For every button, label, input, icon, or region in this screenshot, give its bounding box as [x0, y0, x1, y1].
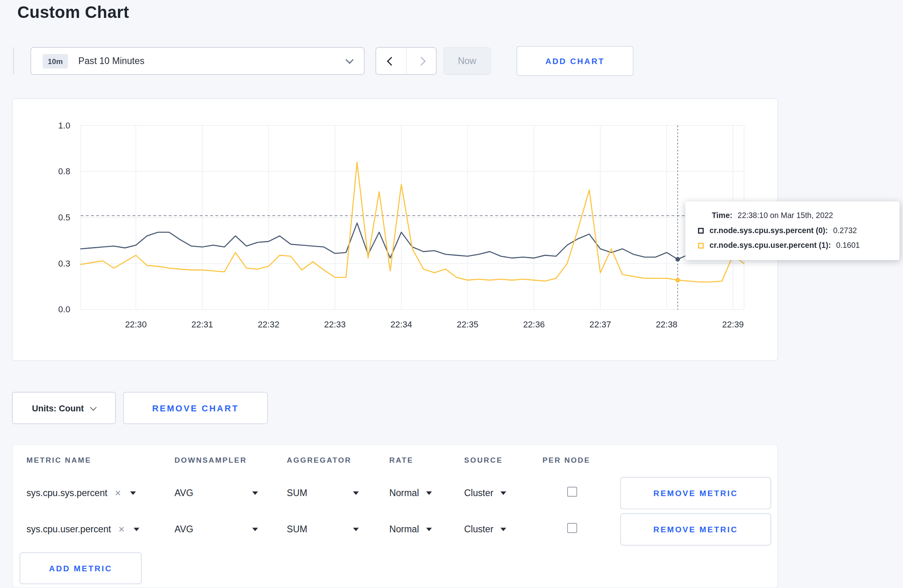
caret-down-icon: [500, 528, 506, 531]
rate-value: Normal: [389, 488, 419, 498]
series-color-swatch: [698, 243, 704, 248]
svg-text:1.0: 1.0: [58, 121, 70, 130]
toolbar-divider: [13, 47, 14, 75]
prev-range-button[interactable]: [376, 48, 406, 74]
source-value: Cluster: [464, 488, 493, 498]
svg-text:22:38: 22:38: [656, 319, 677, 329]
clear-metric-icon[interactable]: ×: [115, 488, 121, 498]
caret-down-icon: [353, 528, 359, 531]
remove-chart-button[interactable]: REMOVE CHART: [123, 392, 268, 424]
svg-text:0.8: 0.8: [58, 166, 70, 176]
chevron-left-icon: [387, 56, 396, 66]
custom-chart-page: Custom Chart 10m Past 10 Minutes Now ADD…: [0, 0, 903, 588]
time-range-label: Past 10 Minutes: [78, 56, 145, 66]
col-header-downsampler: DOWNSAMPLER: [156, 456, 266, 464]
tooltip-time-label: Time:: [712, 211, 733, 220]
downsampler-select[interactable]: AVG: [156, 524, 266, 534]
tooltip-series-label: cr.node.sys.cpu.user.percent (1):: [710, 241, 831, 250]
series-color-swatch: [698, 228, 704, 233]
tooltip-time-value: 22:38:10 on Mar 15th, 2022: [738, 211, 833, 220]
tooltip-series-row: cr.node.sys.cpu.user.percent (1): 0.1601: [698, 241, 889, 250]
chevron-down-icon: [346, 55, 354, 63]
remove-metric-button[interactable]: REMOVE METRIC: [620, 513, 771, 545]
svg-text:22:36: 22:36: [523, 319, 545, 329]
svg-text:0.0: 0.0: [58, 304, 70, 314]
svg-text:22:31: 22:31: [192, 319, 213, 329]
aggregator-value: SUM: [287, 488, 307, 498]
chart-tooltip: Time: 22:38:10 on Mar 15th, 2022 cr.node…: [685, 201, 899, 260]
chart-card: 0.00.30.50.81.022:3022:3122:3222:3322:34…: [12, 98, 778, 361]
col-header-rate: RATE: [367, 456, 442, 464]
aggregator-value: SUM: [287, 524, 307, 534]
svg-text:0.3: 0.3: [58, 259, 70, 269]
chevron-down-icon: [90, 404, 97, 410]
aggregator-select[interactable]: SUM: [266, 488, 367, 498]
metric-name: sys.cpu.user.percent: [27, 524, 111, 534]
rate-select[interactable]: Normal: [367, 488, 442, 498]
downsampler-value: AVG: [174, 488, 193, 498]
add-metric-button[interactable]: ADD METRIC: [20, 553, 142, 584]
time-range-nav: [375, 47, 436, 75]
svg-text:22:33: 22:33: [324, 319, 346, 329]
source-select[interactable]: Cluster: [442, 524, 522, 534]
col-header-metric-name: METRIC NAME: [13, 456, 157, 464]
svg-text:22:32: 22:32: [258, 319, 279, 329]
next-range-button[interactable]: [406, 48, 436, 74]
caret-down-icon: [426, 528, 432, 531]
caret-down-icon: [134, 528, 139, 531]
rate-select[interactable]: Normal: [367, 524, 442, 534]
tooltip-series-value: 0.2732: [833, 226, 857, 235]
svg-text:22:30: 22:30: [125, 319, 147, 329]
svg-text:22:39: 22:39: [722, 319, 744, 329]
caret-down-icon: [130, 491, 136, 495]
svg-text:22:35: 22:35: [457, 319, 478, 329]
downsampler-value: AVG: [174, 524, 193, 534]
metrics-chart[interactable]: 0.00.30.50.81.022:3022:3122:3222:3322:34…: [13, 99, 779, 362]
clear-metric-icon[interactable]: ×: [119, 524, 125, 534]
col-header-per-node: PER NODE: [522, 456, 609, 464]
time-range-badge: 10m: [43, 54, 68, 68]
metric-name-select[interactable]: sys.cpu.user.percent ×: [13, 524, 157, 534]
per-node-checkbox[interactable]: [567, 523, 577, 533]
caret-down-icon: [252, 528, 258, 531]
source-value: Cluster: [464, 524, 493, 534]
per-node-checkbox[interactable]: [567, 487, 577, 497]
col-header-source: SOURCE: [442, 456, 522, 464]
tooltip-series-row: cr.node.sys.cpu.sys.percent (0): 0.2732: [698, 226, 889, 235]
metric-row: sys.cpu.user.percent × AVG SUM Normal Cl…: [13, 511, 778, 547]
add-chart-button[interactable]: ADD CHART: [516, 46, 633, 76]
downsampler-select[interactable]: AVG: [156, 488, 266, 498]
rate-value: Normal: [389, 524, 419, 534]
svg-text:0.5: 0.5: [58, 212, 70, 222]
tooltip-series-label: cr.node.sys.cpu.sys.percent (0):: [710, 226, 828, 235]
tooltip-time-row: Time: 22:38:10 on Mar 15th, 2022: [712, 211, 889, 220]
units-label: Units: Count: [32, 403, 84, 413]
remove-metric-button[interactable]: REMOVE METRIC: [620, 477, 771, 509]
col-header-aggregator: AGGREGATOR: [266, 456, 367, 464]
tooltip-series-value: 0.1601: [836, 241, 860, 250]
metric-name-select[interactable]: sys.cpu.sys.percent ×: [13, 488, 157, 498]
now-button[interactable]: Now: [444, 47, 491, 75]
page-title: Custom Chart: [17, 3, 129, 22]
source-select[interactable]: Cluster: [442, 488, 522, 498]
caret-down-icon: [353, 491, 359, 495]
metric-row: sys.cpu.sys.percent × AVG SUM Normal Clu…: [13, 475, 778, 511]
chevron-right-icon: [417, 56, 426, 66]
units-select[interactable]: Units: Count: [12, 392, 115, 424]
metric-name: sys.cpu.sys.percent: [27, 488, 108, 498]
caret-down-icon: [252, 491, 258, 495]
svg-text:22:37: 22:37: [590, 319, 611, 329]
time-range-select[interactable]: 10m Past 10 Minutes: [31, 47, 365, 75]
caret-down-icon: [426, 491, 432, 495]
metrics-table: METRIC NAME DOWNSAMPLER AGGREGATOR RATE …: [12, 444, 778, 588]
caret-down-icon: [500, 491, 506, 495]
svg-text:22:34: 22:34: [391, 319, 412, 329]
table-header: METRIC NAME DOWNSAMPLER AGGREGATOR RATE …: [13, 445, 778, 475]
aggregator-select[interactable]: SUM: [266, 524, 367, 534]
